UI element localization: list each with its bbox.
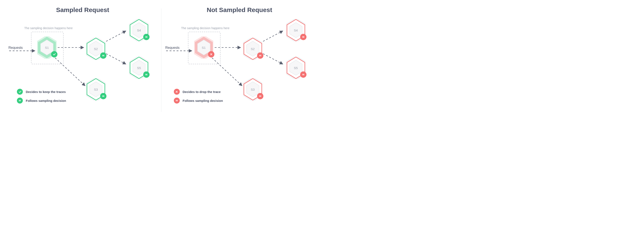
equals-icon xyxy=(257,93,264,99)
requests-label-left: Requests xyxy=(8,46,23,50)
node-label: S2 xyxy=(251,47,254,51)
legend-right: Decides to drop the trace Follows sampli… xyxy=(174,86,223,104)
legend-decide-right: Decides to drop the trace xyxy=(174,89,223,95)
check-icon xyxy=(17,89,23,95)
node-s1-right: S1 xyxy=(194,36,214,59)
node-s5-left: S5 xyxy=(129,56,149,79)
svg-line-3 xyxy=(103,31,126,43)
equals-icon xyxy=(100,93,106,99)
legend-decide-label: Decides to drop the trace xyxy=(183,90,221,94)
node-s2-left: S2 xyxy=(86,38,106,60)
legend-follow-label: Follows sampling decision xyxy=(183,99,223,102)
legend-follow-label: Follows sampling decision xyxy=(26,99,66,102)
panel-sampled: Sampled Request The sampling decision ha… xyxy=(4,6,161,112)
equals-icon xyxy=(143,72,150,78)
legend-follow-right: Follows sampling decision xyxy=(174,98,223,104)
equals-icon xyxy=(100,52,106,59)
node-label: S1 xyxy=(202,46,206,50)
node-label: S5 xyxy=(294,66,298,70)
requests-label-right: Requests xyxy=(166,46,180,50)
node-label: S3 xyxy=(251,88,254,91)
svg-line-8 xyxy=(260,31,282,43)
cross-icon xyxy=(208,51,214,58)
svg-line-9 xyxy=(260,52,282,64)
node-label: S1 xyxy=(45,46,49,50)
node-s3-right: S3 xyxy=(243,78,262,100)
equals-icon xyxy=(257,52,264,59)
node-label: S5 xyxy=(137,66,141,70)
node-s2-right: S2 xyxy=(243,38,262,60)
equals-icon xyxy=(300,72,306,78)
caption-decision-left: The sampling decision happens here xyxy=(24,26,73,30)
cross-icon xyxy=(174,89,180,95)
title-not-sampled: Not Sampled Request xyxy=(161,6,318,14)
node-label: S4 xyxy=(137,28,141,32)
equals-icon xyxy=(17,98,23,104)
svg-line-4 xyxy=(103,52,126,64)
equals-icon xyxy=(300,34,306,40)
equals-icon xyxy=(143,34,150,40)
caption-decision-right: The sampling decision happens here xyxy=(181,26,230,30)
legend-follow-left: Follows sampling decision xyxy=(17,98,66,104)
check-icon xyxy=(51,51,58,58)
node-s5-right: S5 xyxy=(286,56,306,79)
node-label: S3 xyxy=(94,88,98,91)
legend-decide-left: Decides to keep the traces xyxy=(17,89,66,95)
node-s4-left: S4 xyxy=(129,19,149,42)
node-label: S4 xyxy=(294,28,298,32)
panel-not-sampled: Not Sampled Request The sampling decisio… xyxy=(161,6,318,112)
equals-icon xyxy=(174,98,180,104)
legend-left: Decides to keep the traces Follows sampl… xyxy=(17,86,66,104)
title-sampled: Sampled Request xyxy=(4,6,161,14)
legend-decide-label: Decides to keep the traces xyxy=(26,90,66,94)
node-s1-left: S1 xyxy=(37,36,56,59)
node-s3-left: S3 xyxy=(86,78,106,100)
node-label: S2 xyxy=(94,47,98,51)
node-s4-right: S4 xyxy=(286,19,306,42)
